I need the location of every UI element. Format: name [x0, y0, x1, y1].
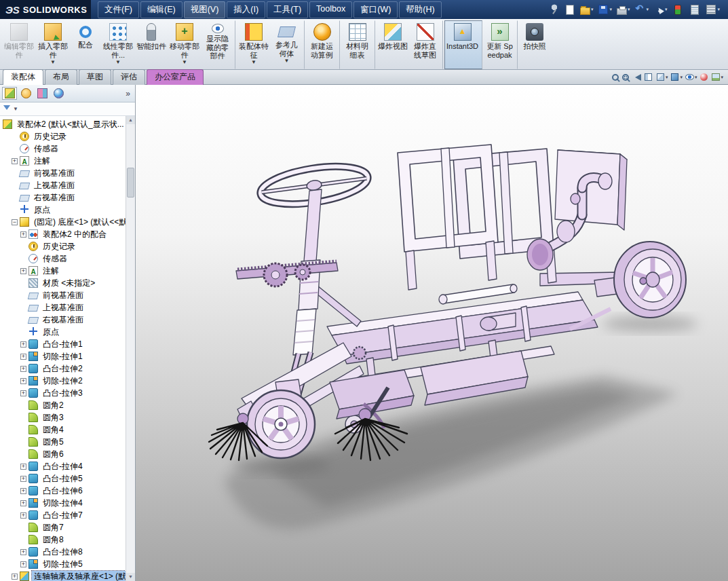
tree-item[interactable]: 圆角5: [0, 436, 135, 448]
tree-item[interactable]: + 注解: [0, 265, 135, 277]
dropdown-arrow-icon[interactable]: ▾: [628, 7, 630, 12]
ribbon-button[interactable]: 移动零部件 ▼: [168, 20, 202, 69]
ribbon-button[interactable]: 智能扣件: [135, 20, 168, 69]
ribbon-button[interactable]: 更新 Speedpak: [484, 20, 518, 69]
dropdown-arrow-icon[interactable]: ▾: [646, 7, 649, 12]
tree-filter-field[interactable]: [21, 105, 132, 114]
ribbon-button[interactable]: 新建运动算例: [306, 20, 340, 69]
tree-scrollbar[interactable]: ▲ ▼: [126, 116, 135, 581]
ribbon-button[interactable]: 线性零部件... ▼: [101, 20, 135, 69]
tree-item[interactable]: 右视基准面: [0, 191, 135, 204]
scroll-up-arrow[interactable]: ▲: [126, 116, 135, 124]
propertymanager-tab-icon[interactable]: [18, 87, 33, 100]
featuremanager-tab-icon[interactable]: [2, 87, 17, 100]
ribbon-button[interactable]: 爆炸直线草图: [409, 20, 443, 69]
tree-item[interactable]: + 凸台-拉伸3: [0, 387, 135, 399]
dropdown-arrow-icon[interactable]: ▼: [251, 60, 256, 65]
command-tab[interactable]: 装配体: [3, 69, 43, 85]
view-tool-button[interactable]: ▾: [684, 71, 698, 83]
tree-item[interactable]: 圆角3: [0, 411, 135, 424]
panel-flyout-button[interactable]: »: [123, 89, 133, 98]
ribbon-button[interactable]: 拍快照: [519, 20, 550, 69]
quickbar-button[interactable]: ▾: [596, 3, 613, 16]
expand-toggle[interactable]: +: [20, 464, 26, 470]
tree-item[interactable]: 圆角7: [0, 521, 135, 533]
expand-toggle[interactable]: +: [20, 366, 26, 372]
quickbar-button[interactable]: ▾: [633, 3, 650, 16]
tree-item[interactable]: 历史记录: [0, 130, 135, 143]
quickbar-button[interactable]: ▾: [579, 3, 595, 16]
quickbar-button[interactable]: ▾: [704, 3, 721, 16]
expand-toggle[interactable]: +: [20, 378, 26, 384]
quickbar-button[interactable]: [548, 3, 561, 16]
command-tab[interactable]: 评估: [113, 69, 145, 85]
dropdown-arrow-icon[interactable]: ▾: [695, 75, 697, 80]
tree-item[interactable]: 原点: [0, 326, 135, 338]
tree-item[interactable]: 前视基准面: [0, 167, 135, 179]
tree-item[interactable]: + 切除-拉伸4: [0, 497, 135, 509]
ribbon-button[interactable]: 配合: [70, 20, 101, 69]
menu-item[interactable]: 编辑(E): [140, 1, 183, 18]
filter-funnel-icon[interactable]: [3, 105, 10, 113]
view-tool-button[interactable]: [698, 71, 710, 83]
tree-item[interactable]: + 装配体2 中的配合: [0, 228, 135, 240]
view-tool-button[interactable]: [621, 73, 630, 82]
menu-item[interactable]: Toolbox: [309, 1, 352, 18]
command-tab[interactable]: 草图: [79, 69, 111, 85]
dropdown-arrow-icon[interactable]: ▾: [666, 75, 668, 80]
tree-item[interactable]: + 凸台-拉伸2: [0, 362, 135, 375]
menu-item[interactable]: 工具(T): [267, 1, 308, 18]
tree-item[interactable]: 圆角2: [0, 399, 135, 411]
ribbon-button[interactable]: 编辑零部件: [2, 20, 36, 69]
tree-item[interactable]: + 凸台-拉伸5: [0, 472, 135, 485]
tree-item[interactable]: + 连轴轴承及轴承座<1> (默...: [0, 570, 135, 581]
tree-item[interactable]: + 凸台-拉伸4: [0, 460, 135, 472]
expand-toggle[interactable]: +: [20, 488, 26, 494]
tree-item[interactable]: 圆角4: [0, 424, 135, 436]
view-tool-button[interactable]: [631, 72, 642, 83]
expand-toggle[interactable]: −: [12, 219, 18, 225]
expand-toggle[interactable]: +: [20, 231, 26, 238]
expand-toggle[interactable]: +: [12, 574, 18, 580]
tree-item[interactable]: 上视基准面: [0, 179, 135, 191]
ribbon-button[interactable]: 插入零部件 ▼: [36, 20, 70, 69]
menu-item[interactable]: 文件(F): [98, 1, 139, 18]
ribbon-button[interactable]: 显示隐藏的零部件: [202, 20, 235, 69]
dropdown-arrow-icon[interactable]: ▼: [50, 60, 56, 65]
dropdown-arrow-icon[interactable]: ▼: [115, 60, 121, 65]
quickbar-button[interactable]: [670, 3, 685, 17]
dropdown-arrow-icon[interactable]: ▾: [721, 75, 723, 80]
tree-item[interactable]: + 切除-拉伸5: [0, 558, 135, 570]
tree-item[interactable]: 传感器: [0, 252, 135, 265]
expand-toggle[interactable]: +: [20, 512, 26, 519]
tree-item[interactable]: − (固定) 底座<1> (默认<<默...: [0, 216, 135, 228]
expand-toggle[interactable]: +: [20, 390, 26, 396]
dropdown-arrow-icon[interactable]: ▾: [717, 7, 720, 12]
menu-item[interactable]: 窗口(W): [353, 1, 398, 18]
dropdown-arrow-icon[interactable]: ▼: [284, 58, 290, 64]
dropdown-arrow-icon[interactable]: ▾: [609, 7, 612, 12]
ribbon-button[interactable]: 爆炸视图: [377, 20, 409, 69]
dropdown-arrow-icon[interactable]: ▾: [591, 7, 594, 12]
tree-item[interactable]: 历史记录: [0, 240, 135, 252]
expand-toggle[interactable]: +: [20, 268, 26, 274]
displaymanager-tab-icon[interactable]: [51, 87, 66, 100]
tree-item[interactable]: + 凸台-拉伸7: [0, 509, 135, 521]
tree-item[interactable]: + 注解: [0, 155, 135, 167]
scroll-down-arrow[interactable]: ▼: [126, 573, 135, 581]
expand-toggle[interactable]: +: [20, 500, 26, 506]
tree-item[interactable]: 装配体2 (默认<默认_显示状...: [0, 118, 135, 130]
command-tab[interactable]: 布局: [45, 69, 77, 85]
dropdown-arrow-icon[interactable]: ▼: [182, 60, 187, 65]
tree-item[interactable]: 传感器: [0, 143, 135, 155]
filter-dropdown-arrow[interactable]: ▼: [13, 106, 18, 112]
ribbon-button[interactable]: Instant3D: [444, 20, 482, 69]
view-tool-button[interactable]: [643, 71, 654, 83]
view-tool-button[interactable]: ▾: [655, 71, 669, 83]
tree-item[interactable]: 右视基准面: [0, 314, 135, 326]
dropdown-arrow-icon[interactable]: ▾: [665, 7, 668, 12]
ribbon-button[interactable]: 参考几何体 ▼: [271, 20, 305, 69]
menu-item[interactable]: 视图(V): [184, 1, 226, 18]
expand-toggle[interactable]: +: [20, 354, 26, 360]
expand-toggle[interactable]: +: [12, 158, 18, 164]
